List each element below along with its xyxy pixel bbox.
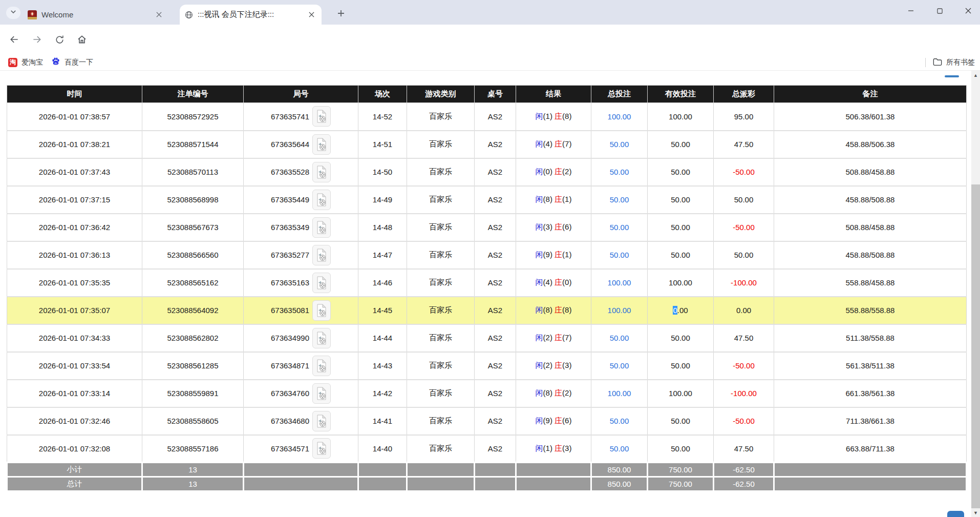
- back-to-top-button[interactable]: [947, 511, 964, 517]
- result-banker-points: (0): [562, 278, 571, 286]
- cell-total-bet: 50.00: [591, 214, 648, 241]
- cell-table-id: AS2: [475, 380, 516, 407]
- minimize-button[interactable]: [899, 2, 923, 20]
- total-bet-link[interactable]: 50.00: [610, 361, 629, 370]
- total-bet-link[interactable]: 50.00: [610, 444, 629, 453]
- round-number: 673635349: [271, 223, 309, 232]
- video-replay-button[interactable]: [312, 383, 331, 404]
- cell-session: 14-45: [358, 297, 407, 324]
- tab-bet-record[interactable]: :::视讯 会员下注纪录:::: [180, 5, 322, 25]
- cell-total-bet: 50.00: [591, 158, 648, 186]
- round-number: 673634871: [271, 361, 309, 370]
- video-replay-button[interactable]: [312, 438, 331, 459]
- table-row[interactable]: 2026-01-01 07:33:54523088561285673634871…: [7, 352, 967, 380]
- cell-time: 2026-01-01 07:38:21: [7, 131, 142, 158]
- table-row[interactable]: 2026-01-01 07:33:14523088559891673634760…: [7, 380, 967, 407]
- table-row[interactable]: 2026-01-01 07:35:35523088565162673635163…: [7, 269, 967, 297]
- bookmark-taobao[interactable]: 淘 爱淘宝: [8, 58, 43, 67]
- table-row[interactable]: 2026-01-01 07:37:43523088570113673635528…: [7, 158, 967, 186]
- table-row[interactable]: 2026-01-01 07:37:15523088568998673635449…: [7, 186, 967, 214]
- table-row-highlighted[interactable]: 2026-01-01 07:35:07523088564092673635081…: [7, 297, 967, 324]
- reload-button[interactable]: [51, 31, 68, 48]
- minimize-icon: [908, 7, 914, 16]
- cell-table-id: AS2: [475, 324, 516, 352]
- tab-search-button[interactable]: [6, 7, 20, 19]
- video-replay-button[interactable]: [312, 162, 331, 182]
- cell-time: 2026-01-01 07:33:54: [7, 352, 142, 380]
- scroll-down-arrow-icon[interactable]: ▼: [971, 508, 980, 517]
- cell-table-id: AS2: [475, 158, 516, 186]
- summary-count: 13: [142, 463, 244, 477]
- tab-welcome[interactable]: Welcome: [23, 5, 169, 25]
- round-wrap: 673635449: [271, 190, 331, 210]
- summary-empty: [516, 463, 591, 477]
- total-bet-link[interactable]: 100.00: [608, 389, 631, 398]
- home-button[interactable]: [74, 31, 90, 48]
- total-bet-link[interactable]: 50.00: [610, 223, 629, 232]
- result-banker: 庄: [555, 361, 562, 369]
- video-replay-button[interactable]: [312, 411, 331, 431]
- subtotal-row: 小计13850.00750.00-62.50: [7, 463, 967, 477]
- summary-note: [774, 463, 967, 477]
- table-row[interactable]: 2026-01-01 07:38:21523088571544673635644…: [7, 131, 967, 158]
- cell-bet-id: 523088557186: [142, 435, 244, 463]
- round-wrap: 673634680: [271, 411, 331, 431]
- round-number: 673635163: [271, 278, 309, 287]
- total-bet-link[interactable]: 50.00: [610, 195, 629, 204]
- total-bet-link[interactable]: 50.00: [610, 334, 629, 342]
- total-bet-link[interactable]: 50.00: [610, 140, 629, 149]
- cell-total-bet: 100.00: [591, 269, 648, 297]
- total-bet-link[interactable]: 100.00: [608, 306, 631, 315]
- cell-session: 14-49: [358, 186, 407, 214]
- back-button[interactable]: [6, 31, 23, 48]
- total-bet-link[interactable]: 100.00: [608, 278, 631, 287]
- total-bet-link[interactable]: 100.00: [608, 112, 631, 121]
- plus-icon: [337, 10, 345, 19]
- summary-total-bet: 850.00: [591, 477, 648, 491]
- close-icon[interactable]: [306, 10, 316, 20]
- cell-payout: -50.00: [714, 352, 774, 380]
- cell-table-id: AS2: [475, 241, 516, 269]
- result-banker: 庄: [555, 222, 562, 231]
- new-tab-button[interactable]: [334, 7, 348, 22]
- result-player: 闲: [536, 139, 543, 148]
- all-bookmarks-button[interactable]: 所有书签: [925, 54, 975, 71]
- column-header-0: 时间: [7, 86, 142, 103]
- round-number: 673635644: [271, 140, 309, 149]
- total-bet-link[interactable]: 50.00: [610, 417, 629, 425]
- cell-bet-id: 523088567673: [142, 214, 244, 241]
- cell-session: 14-51: [358, 131, 407, 158]
- cell-note: 508.88/458.88: [774, 158, 967, 186]
- video-replay-button[interactable]: [312, 217, 331, 238]
- table-row[interactable]: 2026-01-01 07:32:46523088558605673634680…: [7, 407, 967, 435]
- scrollbar-thumb[interactable]: [971, 184, 980, 508]
- summary-empty: [475, 477, 516, 491]
- forward-button[interactable]: [29, 31, 45, 48]
- video-replay-button[interactable]: [312, 190, 331, 210]
- vertical-scrollbar[interactable]: ▲ ▼: [971, 71, 980, 517]
- result-player-points: (4): [543, 278, 555, 286]
- video-replay-button[interactable]: [312, 273, 331, 293]
- bookmark-baidu[interactable]: du 百度一下: [51, 57, 93, 68]
- maximize-button[interactable]: [928, 2, 951, 20]
- total-bet-link[interactable]: 50.00: [610, 251, 629, 259]
- video-replay-button[interactable]: [312, 328, 331, 348]
- table-row[interactable]: 2026-01-01 07:36:42523088567673673635349…: [7, 214, 967, 241]
- close-icon[interactable]: [154, 10, 164, 20]
- cell-time: 2026-01-01 07:34:33: [7, 324, 142, 352]
- table-row[interactable]: 2026-01-01 07:32:08523088557186673634571…: [7, 435, 967, 463]
- table-row[interactable]: 2026-01-01 07:38:57523088572925673635741…: [7, 103, 967, 131]
- table-row[interactable]: 2026-01-01 07:36:13523088566560673635277…: [7, 241, 967, 269]
- result-player: 闲: [536, 333, 543, 342]
- video-replay-button[interactable]: [312, 134, 331, 155]
- table-row[interactable]: 2026-01-01 07:34:33523088562802673634990…: [7, 324, 967, 352]
- video-replay-button[interactable]: [312, 356, 331, 376]
- video-replay-button[interactable]: [312, 106, 331, 127]
- video-replay-button[interactable]: [312, 300, 331, 321]
- scroll-up-arrow-icon[interactable]: ▲: [971, 71, 980, 79]
- close-window-button[interactable]: [956, 2, 980, 20]
- total-bet-link[interactable]: 50.00: [610, 168, 629, 176]
- video-replay-button[interactable]: [312, 245, 331, 265]
- cell-round: 673635349: [244, 214, 358, 241]
- cell-result: 闲(4) 庄(7): [516, 131, 591, 158]
